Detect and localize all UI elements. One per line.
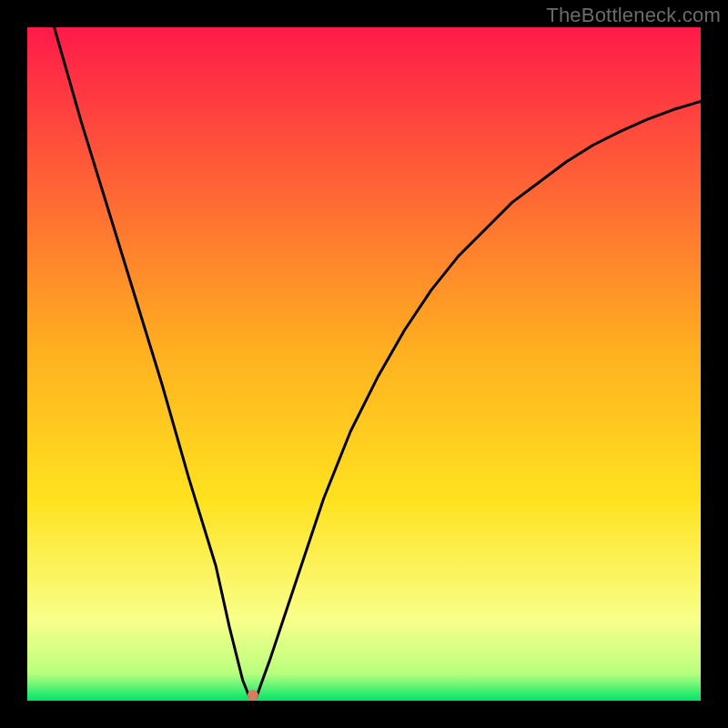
chart-frame (27, 27, 701, 701)
watermark-text: TheBottleneck.com (546, 4, 721, 27)
gradient-background (27, 27, 701, 701)
chart-svg (27, 27, 701, 701)
optimum-marker (248, 690, 258, 701)
